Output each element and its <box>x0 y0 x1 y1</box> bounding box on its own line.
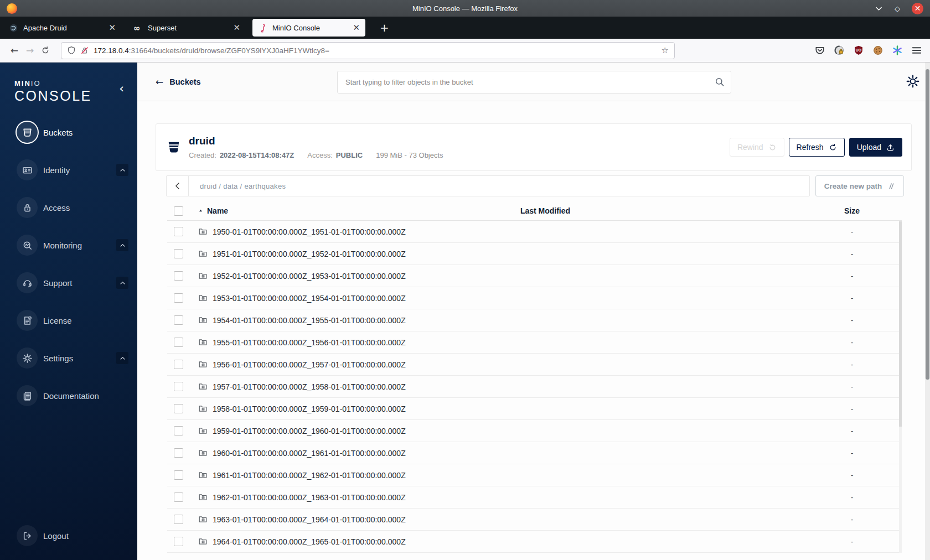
sidebar-item-license[interactable]: License <box>0 302 137 339</box>
sidebar-item-support[interactable]: Support <box>0 264 137 302</box>
object-name[interactable]: 1953-01-01T00:00:00.000Z_1954-01-01T00:0… <box>213 294 406 303</box>
path-back-button[interactable] <box>167 176 189 196</box>
row-checkbox[interactable] <box>174 338 183 347</box>
table-row[interactable]: 1958-01-01T00:00:00.000Z_1959-01-01T00:0… <box>167 398 902 420</box>
cookie-icon[interactable] <box>872 45 884 56</box>
row-checkbox[interactable] <box>174 227 183 236</box>
table-row[interactable]: 1953-01-01T00:00:00.000Z_1954-01-01T00:0… <box>167 287 902 309</box>
row-checkbox[interactable] <box>174 315 183 325</box>
sidebar-item-identity[interactable]: Identity <box>0 151 137 189</box>
table-row[interactable]: 1957-01-01T00:00:00.000Z_1958-01-01T00:0… <box>167 376 902 398</box>
tab-label: Apache Druid <box>23 24 67 32</box>
table-row[interactable]: 1964-01-01T00:00:00.000Z_1965-01-01T00:0… <box>167 531 902 553</box>
chevron-up-icon[interactable] <box>116 164 128 176</box>
object-name[interactable]: 1961-01-01T00:00:00.000Z_1962-01-01T00:0… <box>213 471 406 480</box>
chevron-up-icon[interactable] <box>116 277 128 289</box>
url-bar[interactable]: 172.18.0.4:31664/buckets/druid/browse/ZG… <box>61 42 675 59</box>
tab-superset[interactable]: ∞ Superset ✕ <box>128 19 246 37</box>
sidebar-item-buckets[interactable]: Buckets <box>0 113 137 151</box>
refresh-button[interactable]: Refresh <box>789 138 845 157</box>
row-checkbox[interactable] <box>174 492 183 502</box>
menu-icon[interactable] <box>911 45 922 56</box>
table-row[interactable]: 1954-01-01T00:00:00.000Z_1955-01-01T00:0… <box>167 309 902 331</box>
sidebar-item-access[interactable]: Access <box>0 189 137 226</box>
row-checkbox[interactable] <box>174 537 183 546</box>
table-row[interactable]: 1959-01-01T00:00:00.000Z_1960-01-01T00:0… <box>167 420 902 442</box>
bookmark-star-icon[interactable]: ☆ <box>662 45 669 55</box>
sidebar-item-logout[interactable]: Logout <box>0 517 137 554</box>
pocket-icon[interactable] <box>814 45 825 56</box>
column-name[interactable]: Name <box>194 206 454 215</box>
tab-close-icon[interactable]: ✕ <box>353 24 360 32</box>
object-name[interactable]: 1950-01-01T00:00:00.000Z_1951-01-01T00:0… <box>213 227 406 236</box>
object-name[interactable]: 1954-01-01T00:00:00.000Z_1955-01-01T00:0… <box>213 316 406 325</box>
table-row[interactable]: 1952-01-01T00:00:00.000Z_1953-01-01T00:0… <box>167 265 902 287</box>
sidebar-item-monitoring[interactable]: Monitoring <box>0 226 137 264</box>
tab-apache-druid[interactable]: Apache Druid ✕ <box>3 19 121 37</box>
extensions-icon[interactable] <box>834 45 845 56</box>
table-row[interactable]: 1960-01-01T00:00:00.000Z_1961-01-01T00:0… <box>167 442 902 464</box>
tab-minio-console[interactable]: MinIO Console ✕ <box>252 19 365 37</box>
row-checkbox[interactable] <box>174 271 183 281</box>
table-row[interactable]: 1962-01-01T00:00:00.000Z_1963-01-01T00:0… <box>167 486 902 509</box>
object-name[interactable]: 1964-01-01T00:00:00.000Z_1965-01-01T00:0… <box>213 537 406 546</box>
row-checkbox[interactable] <box>174 426 183 435</box>
table-row[interactable]: 1963-01-01T00:00:00.000Z_1964-01-01T00:0… <box>167 509 902 531</box>
sidebar-collapse-icon[interactable]: ‹ <box>119 82 124 95</box>
object-name[interactable]: 1955-01-01T00:00:00.000Z_1956-01-01T00:0… <box>213 338 406 347</box>
table-row[interactable]: 1956-01-01T00:00:00.000Z_1957-01-01T00:0… <box>167 354 902 376</box>
chevron-up-icon[interactable] <box>116 239 128 251</box>
column-size[interactable]: Size <box>802 206 902 215</box>
lock-insecure-icon[interactable] <box>80 46 89 55</box>
table-row[interactable]: 1955-01-01T00:00:00.000Z_1956-01-01T00:0… <box>167 331 902 354</box>
create-new-path-button[interactable]: Create new path <box>815 175 904 196</box>
row-checkbox[interactable] <box>174 448 183 458</box>
bucket-usage: 199 MiB - 73 Objects <box>376 151 443 159</box>
shield-icon[interactable] <box>67 46 76 55</box>
object-name[interactable]: 1952-01-01T00:00:00.000Z_1953-01-01T00:0… <box>213 272 406 281</box>
object-name[interactable]: 1957-01-01T00:00:00.000Z_1958-01-01T00:0… <box>213 382 406 391</box>
select-all-checkbox[interactable] <box>174 206 183 216</box>
column-last-modified[interactable]: Last Modified <box>454 206 637 215</box>
object-name[interactable]: 1956-01-01T00:00:00.000Z_1957-01-01T00:0… <box>213 360 406 369</box>
object-name[interactable]: 1962-01-01T00:00:00.000Z_1963-01-01T00:0… <box>213 493 406 502</box>
sidebar-item-documentation[interactable]: Documentation <box>0 377 137 414</box>
settings-gear-icon[interactable] <box>906 74 920 89</box>
upload-button[interactable]: Upload <box>849 138 902 157</box>
folder-icon <box>198 470 208 480</box>
row-checkbox[interactable] <box>174 249 183 258</box>
table-scrollbar[interactable] <box>899 221 902 553</box>
back-button[interactable]: ← <box>7 45 22 56</box>
object-name[interactable]: 1963-01-01T00:00:00.000Z_1964-01-01T00:0… <box>213 515 406 524</box>
row-checkbox[interactable] <box>174 360 183 369</box>
adblock-shield-icon[interactable]: UO <box>853 45 864 56</box>
object-name[interactable]: 1959-01-01T00:00:00.000Z_1960-01-01T00:0… <box>213 427 406 435</box>
minimize-icon[interactable] <box>875 4 883 13</box>
row-checkbox[interactable] <box>174 515 183 524</box>
object-name[interactable]: 1951-01-01T00:00:00.000Z_1952-01-01T00:0… <box>213 250 406 258</box>
table-row[interactable]: 1961-01-01T00:00:00.000Z_1962-01-01T00:0… <box>167 464 902 486</box>
table-row[interactable]: 1951-01-01T00:00:00.000Z_1952-01-01T00:0… <box>167 243 902 265</box>
object-name[interactable]: 1958-01-01T00:00:00.000Z_1959-01-01T00:0… <box>213 405 406 413</box>
row-checkbox[interactable] <box>174 293 183 303</box>
sidebar-item-settings[interactable]: Settings <box>0 339 137 377</box>
chevron-up-icon[interactable] <box>116 352 128 364</box>
session-asterisk-icon[interactable] <box>892 45 903 56</box>
row-checkbox[interactable] <box>174 382 183 391</box>
buckets-back-link[interactable]: ← Buckets <box>156 76 201 87</box>
breadcrumb[interactable]: druid / data / earthquakes <box>189 182 286 190</box>
row-checkbox[interactable] <box>174 404 183 413</box>
reload-button[interactable] <box>38 46 53 55</box>
forward-button[interactable]: → <box>22 45 38 56</box>
tab-close-icon[interactable]: ✕ <box>233 24 240 32</box>
table-row[interactable]: 1950-01-01T00:00:00.000Z_1951-01-01T00:0… <box>167 221 902 243</box>
rewind-button[interactable]: Rewind <box>730 138 784 157</box>
close-icon[interactable]: ✕ <box>912 3 923 14</box>
filter-objects-input[interactable] <box>337 71 731 94</box>
window-scrollbar[interactable] <box>925 63 930 560</box>
maximize-icon[interactable]: ◇ <box>895 4 900 13</box>
object-name[interactable]: 1960-01-01T00:00:00.000Z_1961-01-01T00:0… <box>213 449 406 458</box>
new-tab-button[interactable]: + <box>375 21 394 34</box>
tab-close-icon[interactable]: ✕ <box>108 24 116 32</box>
row-checkbox[interactable] <box>174 470 183 480</box>
